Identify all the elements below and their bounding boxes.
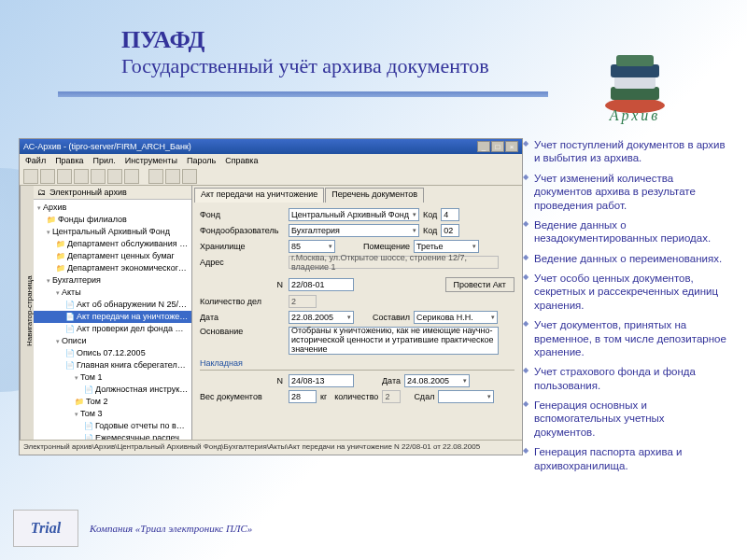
handed-select[interactable] xyxy=(438,390,494,403)
list-item: Учет изменений количества документов арх… xyxy=(523,172,728,212)
menu-item[interactable]: Справка xyxy=(225,156,258,165)
company-logo: Trial xyxy=(13,510,78,547)
navigator-tab[interactable]: Навигатор-страница xyxy=(20,186,34,440)
toolbar-button[interactable] xyxy=(124,169,139,184)
list-item: Ведение данных о незадокументированных п… xyxy=(523,218,728,245)
tree-header: 🗂 Электронный архив xyxy=(34,186,191,200)
tree-node[interactable]: Департамент ценных бумаг xyxy=(34,250,191,262)
handed-label: Сдал xyxy=(414,392,434,401)
inv-date-label: Дата xyxy=(382,376,401,385)
tree-node[interactable]: Должностная инструкция Главного бухгалте… xyxy=(34,384,191,396)
fund-code-input[interactable]: 4 xyxy=(441,208,459,221)
creator-code-label: Код xyxy=(423,226,437,235)
tree-node[interactable]: Опись 07.12.2005 xyxy=(34,347,191,359)
menu-bar: Файл Правка Прил. Инструменты Пароль Спр… xyxy=(20,154,522,167)
close-button[interactable]: × xyxy=(505,141,518,152)
inv-date-input[interactable]: 24.08.2005 xyxy=(404,374,470,387)
creator-label: Фондообразователь xyxy=(200,226,289,235)
storage-label: Хранилище xyxy=(200,242,289,251)
creator-code-input[interactable]: 02 xyxy=(441,224,459,237)
n-label: N xyxy=(200,280,289,289)
process-act-button[interactable]: Провести Акт xyxy=(445,277,514,292)
tree-node[interactable]: Фонды филиалов xyxy=(34,214,191,226)
window-title: АС-Архив - (tipro-server/FIRM_ARCH_Банк) xyxy=(23,142,191,151)
basis-label: Основание xyxy=(200,327,289,336)
window-titlebar: АС-Архив - (tipro-server/FIRM_ARCH_Банк)… xyxy=(20,139,522,154)
svg-rect-3 xyxy=(611,64,659,77)
toolbar-button[interactable] xyxy=(148,169,163,184)
count-field: 2 xyxy=(289,295,317,308)
toolbar-button[interactable] xyxy=(165,169,180,184)
menu-item[interactable]: Инструменты xyxy=(125,156,177,165)
tree-node[interactable]: Архив xyxy=(34,202,191,214)
tree-node[interactable]: Акт передачи на уничтожение N 22/08-01 о… xyxy=(34,311,191,323)
divider xyxy=(200,370,514,371)
toolbar-button[interactable] xyxy=(107,169,122,184)
invoice-header: Накладная xyxy=(200,358,514,368)
tree-node[interactable]: Том 3 xyxy=(34,408,191,420)
svg-rect-4 xyxy=(616,55,654,66)
date-label: Дата xyxy=(200,313,289,322)
list-item: Учет страхового фонда и фонда пользовани… xyxy=(523,365,728,392)
qty-label: количество xyxy=(334,392,378,401)
fund-select[interactable]: Центральный Архивный Фонд xyxy=(289,208,419,221)
svg-rect-2 xyxy=(614,76,655,89)
tree-node[interactable]: Главная книга сберегательного банка за 2… xyxy=(34,359,191,371)
fund-code-label: Код xyxy=(423,210,437,219)
date-input[interactable]: 22.08.2005 xyxy=(289,311,354,324)
slide-title: ПУАФД Государственный учёт архива докуме… xyxy=(121,26,489,78)
tree-node[interactable]: Описи xyxy=(34,335,191,347)
tree-icon: 🗂 xyxy=(37,188,46,197)
author-select[interactable]: Серикова Н.Н. xyxy=(414,311,498,324)
list-item: Учет поступлений документов в архив и вы… xyxy=(523,138,728,165)
tree-node[interactable]: Центральный Архивный Фонд xyxy=(34,226,191,238)
list-item: Генерация основных и вспомогательных уче… xyxy=(523,399,728,439)
tree-node[interactable]: Акты xyxy=(34,287,191,299)
company-name: Компания «Триал электроникс ПЛС» xyxy=(90,523,252,534)
inv-n-input[interactable]: 24/08-13 xyxy=(289,374,354,387)
creator-select[interactable]: Бухгалтерия xyxy=(289,224,419,237)
toolbar-button[interactable] xyxy=(23,169,38,184)
maximize-button[interactable]: □ xyxy=(491,141,504,152)
tree-node[interactable]: Годовые отчеты по выплатам налогов в бюд… xyxy=(34,420,191,432)
archive-label: Архив xyxy=(593,107,677,124)
toolbar-button[interactable] xyxy=(40,169,55,184)
list-item: Генерация паспорта архива и архивохранил… xyxy=(523,445,728,472)
fund-label: Фонд xyxy=(200,210,289,219)
menu-item[interactable]: Пароль xyxy=(187,156,216,165)
list-item: Учет особо ценных документов, секретных … xyxy=(523,272,728,312)
tab-act[interactable]: Акт передачи на уничтожение xyxy=(194,188,324,203)
count-label: Количество дел xyxy=(200,297,289,306)
tree-node[interactable]: Акт об обнаружении N 25/08-01 от 25.08.2… xyxy=(34,299,191,311)
addr-label: Адрес xyxy=(200,258,289,267)
title-sub: Государственный учёт архива документов xyxy=(121,54,489,78)
tree-node[interactable]: Акт проверки дел фонда N 24-08/01 от 24.… xyxy=(34,323,191,335)
toolbar-button[interactable] xyxy=(57,169,72,184)
weight-unit: кг xyxy=(320,392,327,401)
toolbar-button[interactable] xyxy=(91,169,106,184)
weight-input[interactable]: 28 xyxy=(289,390,317,403)
room-select[interactable]: Третье xyxy=(414,240,479,253)
toolbar-button[interactable] xyxy=(74,169,89,184)
tree-node[interactable]: Том 2 xyxy=(34,396,191,408)
title-underline xyxy=(58,91,548,97)
app-window: АС-Архив - (tipro-server/FIRM_ARCH_Банк)… xyxy=(19,138,523,455)
tab-list[interactable]: Перечень документов xyxy=(325,188,424,203)
weight-label: Вес документов xyxy=(200,392,289,401)
tree-node[interactable]: Ежемесячные распечатки по расчетному сче… xyxy=(34,432,191,440)
author-label: Составил xyxy=(373,313,410,322)
minimize-button[interactable]: _ xyxy=(477,141,490,152)
tree-node[interactable]: Бухгалтерия xyxy=(34,274,191,287)
storage-select[interactable]: 85 xyxy=(289,240,335,253)
menu-item[interactable]: Файл xyxy=(25,156,46,165)
toolbar-button[interactable] xyxy=(182,169,197,184)
qty-field: 2 xyxy=(382,390,401,403)
tree-node[interactable]: Департамент экономического прогнозирован… xyxy=(34,262,191,274)
tree-node[interactable]: Департамент обслуживания юридических лиц… xyxy=(34,238,191,250)
menu-item[interactable]: Прил. xyxy=(93,156,116,165)
tree-node[interactable]: Том 1 xyxy=(34,371,191,384)
basis-textarea[interactable]: Отобраны к уничтожению, как не имеющие н… xyxy=(289,327,499,355)
status-bar: Электронный архив\Архив\Центральный Архи… xyxy=(20,440,522,455)
n-input[interactable]: 22/08-01 xyxy=(289,278,354,291)
menu-item[interactable]: Правка xyxy=(55,156,83,165)
